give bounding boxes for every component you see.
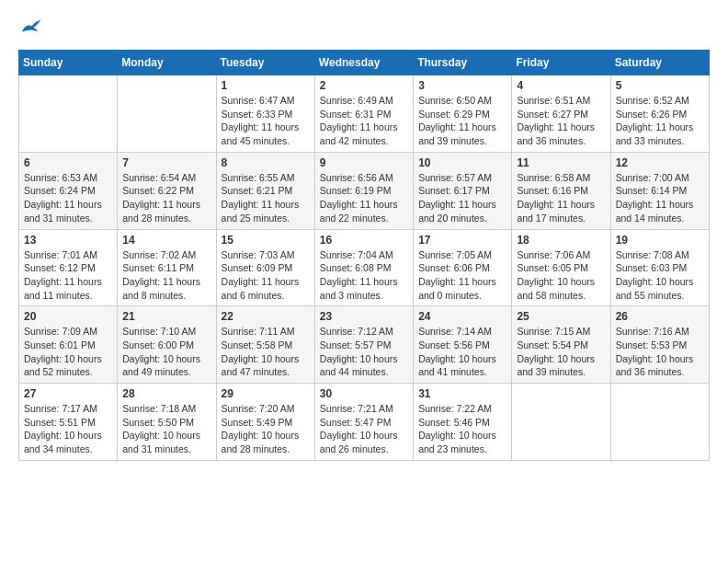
calendar-cell: 6 Sunrise: 6:53 AM Sunset: 6:24 PM Dayli…: [19, 152, 118, 229]
sunset-text: Sunset: 6:22 PM: [122, 185, 194, 196]
day-info: Sunrise: 7:16 AM Sunset: 5:53 PM Dayligh…: [616, 325, 704, 379]
day-info: Sunrise: 7:18 AM Sunset: 5:50 PM Dayligh…: [122, 402, 210, 456]
day-of-week-header: Thursday: [414, 51, 512, 75]
sunset-text: Sunset: 6:21 PM: [222, 185, 293, 196]
calendar-cell: [610, 384, 709, 461]
day-info: Sunrise: 7:22 AM Sunset: 5:46 PM Dayligh…: [418, 402, 506, 456]
sunset-text: Sunset: 6:16 PM: [517, 185, 588, 196]
daylight-text: Daylight: 11 hours and 36 minutes.: [517, 121, 595, 146]
sunset-text: Sunset: 5:53 PM: [616, 339, 688, 350]
calendar-cell: 26 Sunrise: 7:16 AM Sunset: 5:53 PM Dayl…: [610, 306, 709, 384]
calendar-week-row: 1 Sunrise: 6:47 AM Sunset: 6:33 PM Dayli…: [19, 75, 710, 153]
daylight-text: Daylight: 11 hours and 20 minutes.: [418, 199, 496, 224]
sunrise-text: Sunrise: 7:15 AM: [517, 326, 590, 337]
day-number: 27: [24, 387, 112, 400]
day-number: 31: [418, 387, 506, 400]
sunrise-text: Sunrise: 7:21 AM: [320, 403, 393, 414]
day-number: 4: [517, 79, 605, 92]
day-number: 18: [517, 234, 605, 247]
day-number: 21: [122, 310, 210, 323]
daylight-text: Daylight: 11 hours and 39 minutes.: [418, 121, 496, 146]
calendar-cell: [512, 384, 610, 461]
day-number: 2: [320, 79, 408, 92]
sunrise-text: Sunrise: 7:00 AM: [616, 172, 689, 183]
day-number: 9: [320, 156, 408, 169]
day-info: Sunrise: 6:57 AM Sunset: 6:17 PM Dayligh…: [418, 171, 506, 225]
daylight-text: Daylight: 11 hours and 11 minutes.: [24, 276, 102, 301]
sunset-text: Sunset: 5:47 PM: [320, 417, 392, 428]
day-info: Sunrise: 6:50 AM Sunset: 6:29 PM Dayligh…: [418, 94, 506, 148]
daylight-text: Daylight: 11 hours and 42 minutes.: [320, 121, 398, 146]
sunset-text: Sunset: 5:57 PM: [320, 339, 392, 350]
daylight-text: Daylight: 10 hours and 23 minutes.: [418, 430, 496, 454]
calendar-cell: 24 Sunrise: 7:14 AM Sunset: 5:56 PM Dayl…: [414, 306, 512, 384]
day-number: 22: [222, 310, 310, 323]
day-info: Sunrise: 7:21 AM Sunset: 5:47 PM Dayligh…: [320, 402, 408, 456]
sunset-text: Sunset: 6:01 PM: [24, 339, 96, 350]
sunset-text: Sunset: 6:12 PM: [24, 262, 96, 273]
day-number: 13: [24, 234, 112, 247]
calendar-cell: 20 Sunrise: 7:09 AM Sunset: 6:01 PM Dayl…: [19, 306, 118, 384]
calendar-cell: 1 Sunrise: 6:47 AM Sunset: 6:33 PM Dayli…: [216, 75, 314, 153]
calendar-cell: [118, 75, 216, 153]
sunset-text: Sunset: 6:19 PM: [320, 185, 392, 196]
sunrise-text: Sunrise: 6:56 AM: [320, 172, 393, 183]
sunrise-text: Sunrise: 6:47 AM: [222, 95, 295, 106]
sunset-text: Sunset: 6:14 PM: [616, 185, 688, 196]
logo: [18, 18, 42, 35]
sunset-text: Sunset: 5:56 PM: [418, 339, 490, 350]
calendar-cell: 13 Sunrise: 7:01 AM Sunset: 6:12 PM Dayl…: [19, 229, 118, 306]
calendar-cell: 11 Sunrise: 6:58 AM Sunset: 6:16 PM Dayl…: [512, 152, 610, 229]
sunset-text: Sunset: 6:09 PM: [222, 262, 293, 273]
day-info: Sunrise: 7:01 AM Sunset: 6:12 PM Dayligh…: [24, 248, 112, 303]
daylight-text: Daylight: 10 hours and 41 minutes.: [418, 353, 496, 378]
sunset-text: Sunset: 6:29 PM: [418, 109, 490, 120]
day-number: 17: [418, 234, 506, 247]
daylight-text: Daylight: 11 hours and 28 minutes.: [122, 199, 200, 224]
daylight-text: Daylight: 11 hours and 33 minutes.: [616, 121, 694, 146]
sunset-text: Sunset: 6:31 PM: [320, 109, 392, 120]
calendar-cell: 12 Sunrise: 7:00 AM Sunset: 6:14 PM Dayl…: [610, 152, 709, 229]
day-number: 25: [517, 310, 605, 323]
calendar-cell: 2 Sunrise: 6:49 AM Sunset: 6:31 PM Dayli…: [314, 75, 413, 153]
day-of-week-header: Wednesday: [314, 51, 413, 75]
daylight-text: Daylight: 11 hours and 14 minutes.: [616, 199, 694, 224]
sunrise-text: Sunrise: 7:06 AM: [517, 249, 590, 260]
daylight-text: Daylight: 10 hours and 26 minutes.: [320, 430, 398, 454]
daylight-text: Daylight: 10 hours and 55 minutes.: [616, 276, 694, 301]
sunrise-text: Sunrise: 7:05 AM: [418, 249, 492, 260]
calendar-cell: 15 Sunrise: 7:03 AM Sunset: 6:09 PM Dayl…: [216, 229, 314, 306]
sunrise-text: Sunrise: 7:16 AM: [616, 326, 689, 337]
day-info: Sunrise: 7:17 AM Sunset: 5:51 PM Dayligh…: [24, 402, 112, 456]
daylight-text: Daylight: 10 hours and 49 minutes.: [122, 353, 200, 378]
sunset-text: Sunset: 6:24 PM: [24, 185, 96, 196]
sunset-text: Sunset: 5:50 PM: [122, 417, 194, 428]
sunrise-text: Sunrise: 6:52 AM: [616, 95, 689, 106]
day-info: Sunrise: 7:08 AM Sunset: 6:03 PM Dayligh…: [616, 248, 704, 303]
calendar-cell: 28 Sunrise: 7:18 AM Sunset: 5:50 PM Dayl…: [118, 384, 216, 461]
sunset-text: Sunset: 6:06 PM: [418, 262, 490, 273]
day-number: 23: [320, 310, 408, 323]
calendar-cell: 4 Sunrise: 6:51 AM Sunset: 6:27 PM Dayli…: [512, 75, 610, 153]
sunrise-text: Sunrise: 7:12 AM: [320, 326, 393, 337]
sunrise-text: Sunrise: 7:20 AM: [222, 403, 295, 414]
sunrise-text: Sunrise: 7:01 AM: [24, 249, 97, 260]
sunset-text: Sunset: 5:49 PM: [222, 417, 293, 428]
day-number: 16: [320, 234, 408, 247]
calendar-cell: 5 Sunrise: 6:52 AM Sunset: 6:26 PM Dayli…: [610, 75, 709, 153]
daylight-text: Daylight: 10 hours and 31 minutes.: [122, 430, 200, 454]
daylight-text: Daylight: 11 hours and 8 minutes.: [122, 276, 200, 301]
sunset-text: Sunset: 6:03 PM: [616, 262, 688, 273]
day-info: Sunrise: 6:58 AM Sunset: 6:16 PM Dayligh…: [517, 171, 605, 225]
day-info: Sunrise: 7:04 AM Sunset: 6:08 PM Dayligh…: [320, 248, 408, 303]
day-number: 14: [122, 234, 210, 247]
day-number: 3: [418, 79, 506, 92]
calendar-cell: 9 Sunrise: 6:56 AM Sunset: 6:19 PM Dayli…: [314, 152, 413, 229]
sunset-text: Sunset: 6:08 PM: [320, 262, 392, 273]
sunrise-text: Sunrise: 6:53 AM: [24, 172, 97, 183]
sunrise-text: Sunrise: 6:58 AM: [517, 172, 590, 183]
sunset-text: Sunset: 6:11 PM: [122, 262, 194, 273]
day-number: 30: [320, 387, 408, 400]
daylight-text: Daylight: 10 hours and 39 minutes.: [517, 353, 595, 378]
day-info: Sunrise: 7:11 AM Sunset: 5:58 PM Dayligh…: [222, 325, 310, 379]
